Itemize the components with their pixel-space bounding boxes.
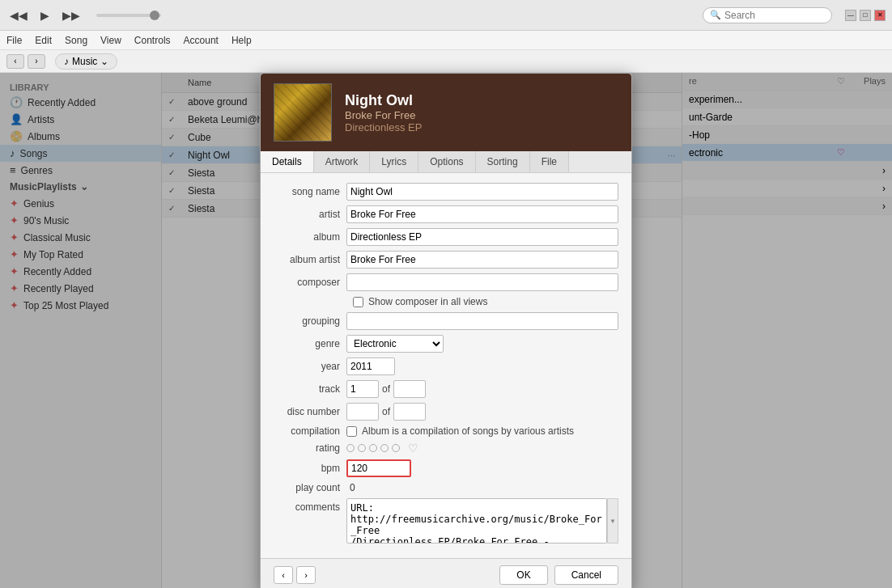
rating-dot-4[interactable] — [380, 444, 389, 452]
modal-song-title: Night Owl — [345, 92, 618, 109]
menu-song[interactable]: Song — [65, 35, 87, 46]
song-name-row: song name — [274, 183, 618, 201]
modal-artist: Broke For Free — [345, 109, 618, 121]
next-song-button[interactable]: › — [296, 566, 316, 584]
tab-sorting[interactable]: Sorting — [476, 151, 530, 172]
bpm-input[interactable] — [346, 459, 411, 477]
play-button[interactable]: ▶ — [37, 7, 53, 23]
forward-button[interactable]: ▶▶ — [59, 7, 83, 23]
comments-scrollbar[interactable]: ▼ — [607, 498, 618, 544]
menu-controls[interactable]: Controls — [134, 35, 171, 46]
album-artist-label: album artist — [274, 254, 346, 265]
album-label: album — [274, 231, 346, 243]
menu-file[interactable]: File — [6, 35, 22, 46]
song-name-label: song name — [274, 186, 346, 197]
footer-nav: ‹ › — [274, 566, 316, 584]
song-details-modal: Night Owl Broke For Free Directionless E… — [260, 73, 632, 588]
cancel-button[interactable]: Cancel — [554, 565, 618, 585]
menu-edit[interactable]: Edit — [35, 35, 52, 46]
song-name-input[interactable] — [346, 183, 618, 201]
comments-textarea[interactable]: URL: http://freemusicarchive.org/music/B… — [346, 498, 607, 544]
artist-input[interactable] — [346, 205, 618, 223]
menu-view[interactable]: View — [100, 35, 121, 46]
nav-location-label: Music — [72, 56, 97, 67]
modal-footer: ‹ › OK Cancel — [261, 558, 631, 588]
search-box: 🔍 — [703, 7, 832, 23]
genre-select[interactable]: Electronic Rock Pop Jazz Classical Hip-H… — [346, 335, 444, 353]
modal-body: song name artist album album artist comp — [261, 173, 631, 558]
main-layout: Library 🕐 Recently Added 👤 Artists 📀 Alb… — [0, 73, 892, 588]
search-input[interactable] — [724, 10, 822, 21]
track-label: track — [274, 383, 346, 395]
disc-total-input[interactable] — [393, 403, 426, 421]
composer-row: composer — [274, 273, 618, 291]
show-composer-label: Show composer in all views — [368, 296, 487, 307]
nav-back-button[interactable]: ‹ — [6, 54, 24, 69]
show-composer-checkbox[interactable] — [353, 297, 363, 307]
year-input[interactable] — [346, 357, 395, 375]
bpm-label: bpm — [274, 463, 346, 474]
track-total-input[interactable] — [393, 380, 426, 398]
rating-dots[interactable]: ♡ — [346, 442, 418, 455]
menu-account[interactable]: Account — [184, 35, 219, 46]
music-icon: ♪ — [64, 56, 69, 67]
modal-overlay: Night Owl Broke For Free Directionless E… — [0, 73, 892, 588]
genre-row: genre Electronic Rock Pop Jazz Classical… — [274, 335, 618, 353]
grouping-row: grouping — [274, 312, 618, 330]
track-of-label: of — [382, 383, 390, 395]
tab-lyrics[interactable]: Lyrics — [370, 151, 418, 172]
grouping-input[interactable] — [346, 312, 618, 330]
rating-label: rating — [274, 442, 346, 454]
album-input[interactable] — [346, 228, 618, 246]
year-row: year — [274, 357, 618, 375]
album-art — [274, 83, 332, 142]
tab-file[interactable]: File — [530, 151, 569, 172]
volume-thumb — [150, 11, 159, 20]
disc-of-label: of — [382, 406, 390, 417]
artist-label: artist — [274, 209, 346, 220]
track-number-input[interactable] — [346, 380, 379, 398]
rating-dot-3[interactable] — [369, 444, 377, 452]
play-count-value: 0 — [350, 482, 355, 493]
prev-song-button[interactable]: ‹ — [274, 566, 293, 584]
album-artist-input[interactable] — [346, 251, 618, 269]
compilation-check-label: Album is a compilation of songs by vario… — [362, 425, 574, 437]
play-count-label: play count — [274, 482, 346, 493]
composer-input[interactable] — [346, 273, 618, 291]
nav-bar: ‹ › ♪ Music ⌄ — [0, 50, 892, 73]
menu-bar: File Edit Song View Controls Account Hel… — [0, 31, 892, 50]
album-row: album — [274, 228, 618, 246]
close-button[interactable]: ✕ — [874, 10, 886, 21]
maximize-button[interactable]: □ — [860, 10, 871, 21]
rating-heart-icon[interactable]: ♡ — [408, 442, 418, 455]
composer-label: composer — [274, 277, 346, 288]
ok-button[interactable]: OK — [499, 565, 547, 585]
volume-slider[interactable] — [96, 14, 161, 17]
album-artist-row: album artist — [274, 251, 618, 269]
tab-options[interactable]: Options — [418, 151, 475, 172]
track-inputs: of — [346, 380, 426, 398]
compilation-row: compilation Album is a compilation of so… — [274, 425, 618, 437]
comments-row: comments URL: http://freemusicarchive.or… — [274, 498, 618, 544]
compilation-label: compilation — [274, 425, 346, 437]
menu-help[interactable]: Help — [231, 35, 252, 46]
tab-artwork[interactable]: Artwork — [314, 151, 371, 172]
play-count-row: play count 0 — [274, 482, 618, 493]
rewind-button[interactable]: ◀◀ — [6, 7, 31, 23]
genre-label: genre — [274, 338, 346, 349]
nav-forward-button[interactable]: › — [28, 54, 45, 69]
minimize-button[interactable]: — — [845, 10, 856, 21]
rating-row: rating ♡ — [274, 442, 618, 455]
rating-dot-1[interactable] — [346, 444, 355, 452]
compilation-checkbox[interactable] — [346, 426, 357, 437]
tab-details[interactable]: Details — [261, 151, 314, 172]
modal-header: Night Owl Broke For Free Directionless E… — [261, 74, 631, 151]
nav-location[interactable]: ♪ Music ⌄ — [55, 53, 117, 70]
rating-dot-5[interactable] — [392, 444, 400, 452]
top-bar: ◀◀ ▶ ▶▶ 🔍 — □ ✕ — [0, 0, 892, 31]
nav-dropdown-icon: ⌄ — [100, 56, 108, 67]
rating-dot-2[interactable] — [358, 444, 366, 452]
disc-number-input[interactable] — [346, 403, 379, 421]
grouping-label: grouping — [274, 315, 346, 327]
modal-album: Directionless EP — [345, 121, 618, 133]
